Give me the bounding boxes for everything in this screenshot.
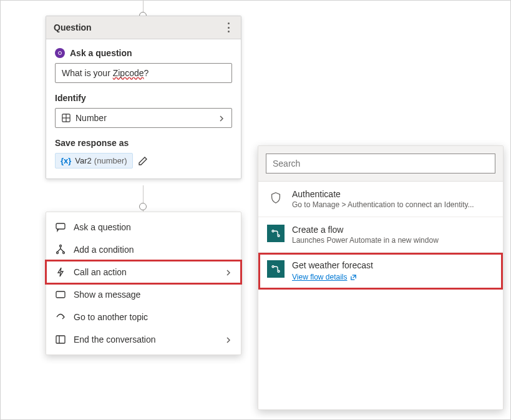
connector-dot-mid (139, 203, 147, 210)
svg-point-13 (278, 270, 280, 272)
chat-icon (55, 222, 66, 233)
bolt-icon (55, 266, 66, 278)
svg-rect-8 (56, 336, 65, 343)
question-text-prefix: What is your (62, 68, 113, 78)
branch-icon (55, 244, 66, 255)
question-text-suffix: ? (144, 68, 149, 78)
number-type-icon (62, 114, 71, 122)
flyout-item-get-weather[interactable]: Get weather forecast View flow details (258, 253, 503, 290)
variable-name: Var2 (75, 156, 92, 165)
share-arrow-icon (55, 311, 66, 323)
more-options-icon[interactable] (223, 22, 233, 32)
chevron-right-icon (225, 336, 232, 343)
flow-icon (267, 260, 285, 278)
identify-label: Identify (55, 93, 232, 103)
variable-brace-icon: {x} (61, 156, 71, 165)
variable-type: (number) (94, 156, 127, 165)
variable-chip[interactable]: {x} Var2 (number) (55, 153, 133, 168)
chevron-right-icon (218, 114, 225, 122)
view-flow-details-link[interactable]: View flow details (292, 273, 357, 281)
svg-rect-3 (56, 223, 65, 229)
flyout-item-title: Create a flow (292, 225, 494, 235)
svg-point-12 (272, 266, 274, 268)
ask-question-label-text: Ask a question (70, 48, 132, 58)
svg-rect-7 (56, 291, 65, 298)
question-node-card: Question Ask a question What is your Zip… (46, 16, 241, 179)
identify-dropdown[interactable]: Number (55, 108, 232, 128)
svg-point-10 (272, 230, 274, 232)
flyout-item-desc: Launches Power Automate in a new window (292, 236, 494, 245)
flyout-item-title: Get weather forecast (292, 260, 494, 270)
flow-icon (267, 225, 285, 242)
message-icon (55, 289, 66, 300)
flyout-link-text: View flow details (292, 273, 348, 281)
chevron-right-icon (225, 268, 232, 276)
panel-icon (55, 334, 66, 345)
menu-item-go-topic[interactable]: Go to another topic (46, 306, 241, 328)
menu-item-end-conversation[interactable]: End the conversation (46, 328, 241, 351)
svg-point-4 (60, 245, 62, 247)
question-text-input[interactable]: What is your Zipcode? (55, 63, 232, 83)
menu-item-add-condition[interactable]: Add a condition (46, 238, 241, 261)
menu-item-label: Ask a question (74, 222, 232, 232)
question-text-word: Zipcode (113, 68, 144, 78)
flyout-item-create-flow[interactable]: Create a flow Launches Power Automate in… (258, 217, 503, 253)
identify-value: Number (75, 113, 218, 123)
add-node-menu: Ask a question Add a condition Call an a… (46, 212, 241, 355)
menu-item-call-action[interactable]: Call an action (46, 261, 241, 283)
question-bullet-icon (55, 48, 65, 58)
flyout-item-authenticate[interactable]: Authenticate Go to Manage > Authenticati… (258, 182, 503, 217)
question-card-header: Question (46, 16, 241, 39)
menu-item-label: Call an action (74, 267, 225, 277)
menu-item-label: Add a condition (74, 245, 232, 255)
menu-item-ask-question[interactable]: Ask a question (46, 216, 241, 238)
shield-icon (267, 189, 285, 207)
menu-item-show-message[interactable]: Show a message (46, 283, 241, 306)
ask-question-section-label: Ask a question (55, 48, 232, 58)
menu-item-label: Show a message (74, 290, 232, 300)
external-link-icon (350, 274, 357, 281)
flyout-item-desc: Go to Manage > Authentication to connect… (292, 200, 494, 209)
action-picker-flyout: Authenticate Go to Manage > Authenticati… (258, 145, 504, 410)
svg-point-6 (63, 252, 65, 254)
svg-point-11 (278, 235, 280, 237)
flyout-search-input[interactable] (266, 154, 495, 173)
question-card-title: Question (54, 22, 223, 32)
menu-item-label: Go to another topic (74, 312, 232, 322)
flyout-item-title: Authenticate (292, 189, 494, 199)
save-response-label: Save response as (55, 138, 232, 148)
menu-item-label: End the conversation (74, 335, 225, 344)
svg-point-5 (57, 252, 59, 254)
edit-pencil-icon[interactable] (138, 156, 148, 166)
